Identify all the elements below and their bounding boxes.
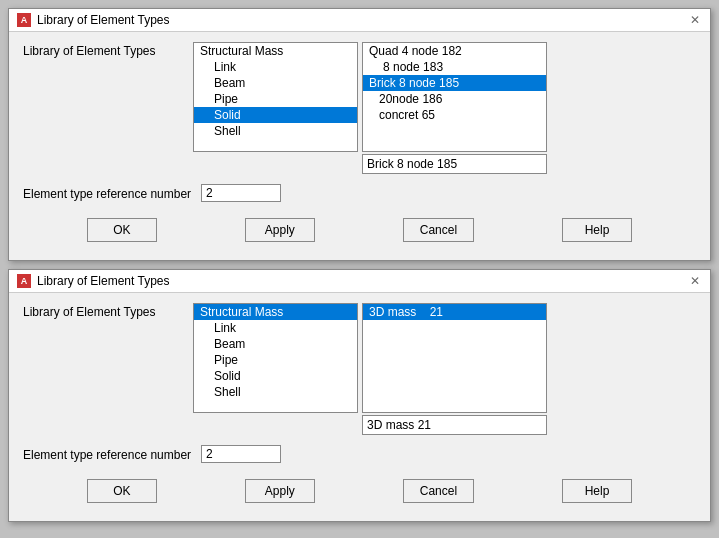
display-box-1: Brick 8 node 185 [362,154,547,174]
help-button-1[interactable]: Help [562,218,632,242]
ok-button-2[interactable]: OK [87,479,157,503]
ref-row-1: Element type reference number [23,184,696,202]
list-item-3dmass-selected[interactable]: 3D mass 21 [363,304,546,320]
list-item-solid-selected[interactable]: Solid [194,107,357,123]
close-button-1[interactable]: ✕ [688,13,702,27]
display-box-2: 3D mass 21 [362,415,547,435]
dialog-body-2: Library of Element Types Structural Mass… [9,293,710,521]
list-item[interactable]: Beam [194,336,357,352]
list-item[interactable]: Shell [194,123,357,139]
left-listbox-container-2: Structural Mass Link Beam Pipe Solid She… [193,303,358,435]
list-item-structural-selected[interactable]: Structural Mass [194,304,357,320]
left-listbox-1[interactable]: Structural Mass Link Beam Pipe Solid She… [193,42,358,152]
list-item[interactable]: Quad 4 node 182 [363,43,546,59]
list-item[interactable]: Link [194,59,357,75]
dialog-title-2: Library of Element Types [37,274,682,288]
listboxes-1: Structural Mass Link Beam Pipe Solid She… [193,42,547,174]
list-item[interactable]: concret 65 [363,107,546,123]
ref-label-2: Element type reference number [23,446,191,462]
title-icon-2: A [17,274,31,288]
list-item[interactable]: Structural Mass [194,43,357,59]
titlebar-1: A Library of Element Types ✕ [9,9,710,32]
title-icon-1: A [17,13,31,27]
close-button-2[interactable]: ✕ [688,274,702,288]
content-row-2: Library of Element Types Structural Mass… [23,303,696,435]
left-listbox-2[interactable]: Structural Mass Link Beam Pipe Solid She… [193,303,358,413]
cancel-button-2[interactable]: Cancel [403,479,474,503]
listboxes-2: Structural Mass Link Beam Pipe Solid She… [193,303,547,435]
dialog-2: A Library of Element Types ✕ Library of … [8,269,711,522]
main-label-1: Library of Element Types [23,42,183,58]
cancel-button-1[interactable]: Cancel [403,218,474,242]
list-item[interactable]: 20node 186 [363,91,546,107]
left-listbox-container-1: Structural Mass Link Beam Pipe Solid She… [193,42,358,174]
list-item[interactable]: 8 node 183 [363,59,546,75]
list-item[interactable]: Pipe [194,352,357,368]
buttons-row-1: OK Apply Cancel Help [23,214,696,250]
list-item[interactable]: Shell [194,384,357,400]
list-item-brick-selected[interactable]: Brick 8 node 185 [363,75,546,91]
main-label-2: Library of Element Types [23,303,183,319]
dialog-title-1: Library of Element Types [37,13,682,27]
content-row-1: Library of Element Types Structural Mass… [23,42,696,174]
list-item[interactable]: Pipe [194,91,357,107]
right-listbox-container-1: Quad 4 node 182 8 node 183 Brick 8 node … [362,42,547,174]
right-listbox-1[interactable]: Quad 4 node 182 8 node 183 Brick 8 node … [362,42,547,152]
buttons-row-2: OK Apply Cancel Help [23,475,696,511]
apply-button-2[interactable]: Apply [245,479,315,503]
ref-input-1[interactable] [201,184,281,202]
ok-button-1[interactable]: OK [87,218,157,242]
apply-button-1[interactable]: Apply [245,218,315,242]
dialog-1: A Library of Element Types ✕ Library of … [8,8,711,261]
list-item[interactable]: Beam [194,75,357,91]
ref-input-2[interactable] [201,445,281,463]
list-item[interactable]: Solid [194,368,357,384]
help-button-2[interactable]: Help [562,479,632,503]
right-listbox-2[interactable]: 3D mass 21 [362,303,547,413]
titlebar-2: A Library of Element Types ✕ [9,270,710,293]
list-item[interactable]: Link [194,320,357,336]
right-listbox-container-2: 3D mass 21 3D mass 21 [362,303,547,435]
ref-label-1: Element type reference number [23,185,191,201]
ref-row-2: Element type reference number [23,445,696,463]
dialog-body-1: Library of Element Types Structural Mass… [9,32,710,260]
